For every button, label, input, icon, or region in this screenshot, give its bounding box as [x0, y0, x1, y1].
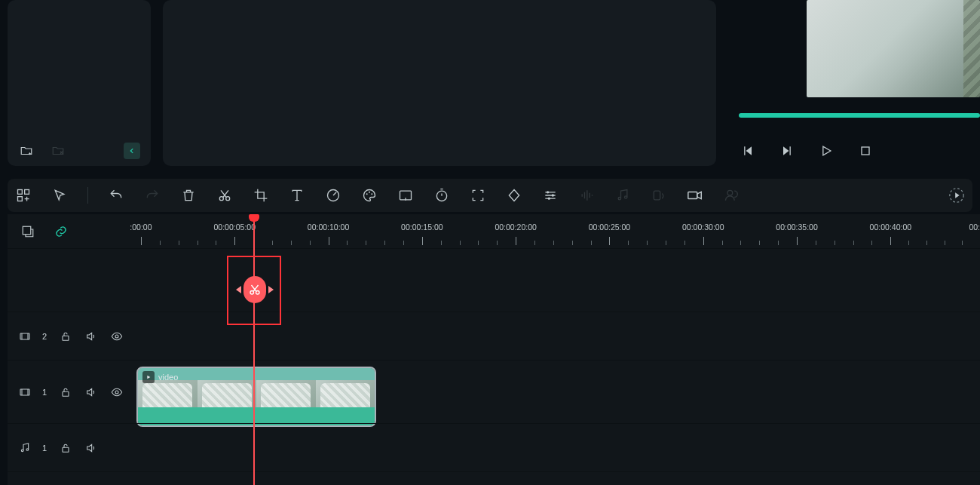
video-clip[interactable]: video: [136, 367, 376, 427]
timeline-toolbar: [8, 179, 972, 212]
svg-rect-1: [18, 190, 23, 195]
svg-point-14: [548, 198, 550, 200]
video-track-icon: [18, 385, 32, 399]
tracks-area: 2 1: [8, 248, 980, 485]
svg-rect-2: [25, 190, 29, 195]
text-icon[interactable]: [289, 187, 305, 204]
step-back-button[interactable]: [739, 142, 757, 160]
svg-point-12: [547, 191, 549, 193]
ruler-label: :00:00: [130, 223, 152, 232]
audio-track-icon: [18, 441, 32, 455]
render-preview-icon[interactable]: [948, 187, 965, 204]
collapse-panel-button[interactable]: [124, 143, 140, 159]
svg-rect-0: [862, 147, 869, 155]
timer-icon[interactable]: [433, 187, 450, 204]
svg-point-31: [26, 448, 29, 450]
svg-point-22: [250, 291, 254, 295]
svg-point-16: [625, 196, 627, 198]
svg-point-7: [366, 193, 368, 195]
lock-icon[interactable]: [59, 330, 72, 343]
svg-rect-18: [688, 192, 697, 198]
svg-rect-25: [63, 336, 69, 340]
play-button[interactable]: [817, 142, 835, 160]
link-icon[interactable]: [53, 223, 69, 240]
preview-controls: [739, 136, 980, 166]
ruler-tools: [8, 214, 128, 248]
preview-progress-bar[interactable]: [739, 113, 980, 118]
svg-point-15: [618, 198, 620, 200]
crop-icon[interactable]: [253, 187, 269, 204]
step-forward-button[interactable]: [778, 142, 796, 160]
speed-icon[interactable]: [325, 187, 341, 204]
speech-to-text-icon[interactable]: [651, 187, 667, 204]
top-panels: [0, 0, 980, 170]
record-icon[interactable]: [687, 187, 703, 204]
audio-track-1[interactable]: 1: [8, 423, 980, 471]
ruler-label: 00:00:20:00: [495, 223, 536, 232]
select-tool-icon[interactable]: [51, 187, 68, 204]
preview-video[interactable]: [807, 0, 980, 97]
clip-name: video: [158, 373, 178, 382]
ruler-label: 00:00:15:00: [401, 223, 443, 232]
undo-icon[interactable]: [108, 187, 124, 204]
empty-track: [8, 248, 980, 312]
focus-icon[interactable]: [470, 187, 486, 204]
lock-icon[interactable]: [59, 385, 72, 399]
preview-panel: [727, 0, 980, 170]
svg-point-5: [226, 197, 230, 201]
empty-track-bottom: [8, 471, 980, 485]
adjust-icon[interactable]: [542, 187, 559, 204]
mute-icon[interactable]: [84, 330, 98, 343]
split-arrow-right-icon: [268, 286, 274, 293]
new-folder-icon[interactable]: [18, 143, 35, 159]
svg-rect-21: [23, 226, 31, 235]
mute-icon[interactable]: [84, 385, 98, 399]
media-panel: [8, 0, 151, 166]
svg-rect-32: [63, 447, 69, 452]
track-header-v2: 2: [8, 312, 128, 360]
svg-point-30: [21, 450, 23, 452]
svg-point-19: [727, 190, 733, 195]
cut-icon[interactable]: [216, 187, 233, 204]
templates-icon[interactable]: [15, 187, 32, 204]
svg-rect-17: [654, 191, 660, 200]
insert-track-icon[interactable]: [20, 223, 36, 240]
svg-point-13: [552, 194, 554, 196]
redo-icon[interactable]: [144, 187, 161, 204]
svg-rect-3: [18, 197, 23, 201]
audio-levels-icon[interactable]: [578, 187, 595, 204]
audio-detach-icon[interactable]: [614, 187, 631, 204]
svg-point-29: [115, 391, 118, 394]
delete-folder-icon[interactable]: [50, 143, 66, 159]
visibility-icon[interactable]: [110, 385, 124, 399]
mute-icon[interactable]: [84, 441, 98, 455]
svg-point-8: [369, 192, 370, 193]
playhead[interactable]: [253, 214, 255, 485]
video-track-1[interactable]: 1 video: [8, 360, 980, 423]
delete-icon[interactable]: [180, 187, 197, 204]
svg-point-4: [219, 197, 223, 201]
clip-label: video: [142, 371, 178, 383]
workspace-panel: [163, 0, 716, 166]
keyframe-icon[interactable]: [506, 187, 522, 204]
video-track-icon: [18, 330, 32, 343]
svg-point-26: [115, 335, 118, 338]
ruler-label: 00:00:35:00: [776, 223, 817, 232]
ruler-label: 00:00:25:00: [589, 223, 630, 232]
playhead-handle[interactable]: [249, 214, 259, 222]
video-track-2[interactable]: 2: [8, 312, 980, 360]
track-number: 1: [42, 388, 47, 397]
stop-button[interactable]: [856, 142, 874, 160]
split-arrow-left-icon: [236, 286, 241, 293]
screenshot-icon[interactable]: [397, 187, 414, 204]
svg-point-23: [256, 291, 260, 295]
timeline: :00:0000:00:05:0000:00:10:0000:00:15:000…: [8, 214, 980, 485]
split-handle[interactable]: [234, 276, 275, 303]
track-number: 1: [42, 444, 47, 453]
clip-play-icon: [142, 371, 155, 383]
voice-clone-icon[interactable]: [723, 187, 740, 204]
lock-icon[interactable]: [59, 441, 72, 455]
visibility-icon[interactable]: [110, 330, 124, 343]
svg-point-9: [371, 193, 372, 195]
color-icon[interactable]: [361, 187, 378, 204]
